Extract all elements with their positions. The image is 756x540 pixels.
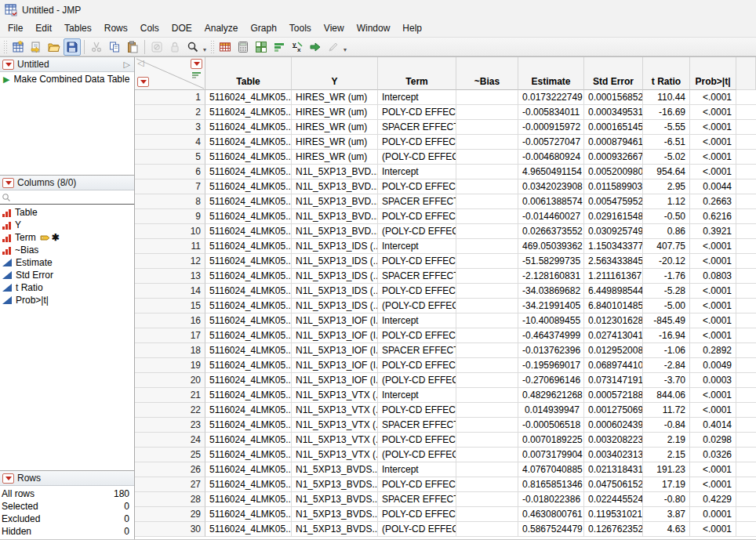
cell-prob-t[interactable]: <.0001 xyxy=(690,239,736,254)
cell-prob-t[interactable]: <.0001 xyxy=(690,388,736,403)
cell-std-error[interactable]: 0.0008794619 xyxy=(584,135,643,150)
cell-term[interactable]: POLY-CD EFFECT xyxy=(378,179,456,194)
cell-bias[interactable] xyxy=(456,90,518,105)
cell-table[interactable]: 5116024_4LMK05.. xyxy=(205,284,292,299)
cell-t-ratio[interactable]: -3.70 xyxy=(643,373,690,388)
cell-bias[interactable] xyxy=(456,448,518,462)
column-header-term[interactable]: Term xyxy=(378,57,456,90)
cell-t-ratio[interactable]: 407.75 xyxy=(643,239,690,254)
cell-prob-t[interactable]: 0.0326 xyxy=(690,448,736,462)
column-item-term[interactable]: Term ✱ xyxy=(0,231,134,244)
menu-file[interactable]: File xyxy=(2,20,29,36)
toolbar-grip[interactable] xyxy=(210,40,214,54)
row-number[interactable]: 25 xyxy=(135,448,205,462)
cell-y[interactable]: N1_5XP13_BVDS... xyxy=(292,507,378,522)
columns-panel-menu-icon[interactable] xyxy=(2,178,14,188)
cell-term[interactable]: POLY-CD EFFECT... xyxy=(378,209,456,224)
row-number[interactable]: 18 xyxy=(135,343,205,358)
column-header-bias[interactable]: ~Bias xyxy=(456,57,518,90)
cell-table[interactable]: 5116024_4LMK05.. xyxy=(205,90,292,105)
cell-bias[interactable] xyxy=(456,209,518,224)
cell-term[interactable]: POLY-CD EFFECT... xyxy=(378,135,456,150)
cell-t-ratio[interactable]: -16.94 xyxy=(643,328,690,343)
row-number[interactable]: 21 xyxy=(135,388,205,403)
cell-bias[interactable] xyxy=(456,194,518,209)
menu-rows[interactable]: Rows xyxy=(98,20,134,36)
column-header-y[interactable]: Y xyxy=(292,57,378,90)
row-number[interactable]: 28 xyxy=(135,492,205,507)
cell-bias[interactable] xyxy=(456,135,518,150)
column-item-y[interactable]: Y xyxy=(0,219,134,231)
cell-y[interactable]: HIRES_WR (um) xyxy=(292,105,378,120)
cell-std-error[interactable]: 0.1267623529 xyxy=(584,522,643,537)
cell-estimate[interactable]: 0.0266373552 xyxy=(518,224,584,239)
cell-prob-t[interactable]: 0.2892 xyxy=(690,343,736,358)
cell-y[interactable]: N1_5XP13_BVDS... xyxy=(292,492,378,507)
column-item-estimate[interactable]: Estimate xyxy=(0,256,134,269)
cell-prob-t[interactable]: <.0001 xyxy=(690,313,736,328)
cell-table[interactable]: 5116024_4LMK05.. xyxy=(205,373,292,388)
cell-table[interactable]: 5116024_4LMK05.. xyxy=(205,194,292,209)
cell-bias[interactable] xyxy=(456,120,518,135)
cell-t-ratio[interactable]: 0.86 xyxy=(643,224,690,239)
cell-estimate[interactable]: -0.018022386 xyxy=(518,492,584,507)
cell-std-error[interactable]: 1.1503433772 xyxy=(584,239,643,254)
row-number[interactable]: 12 xyxy=(135,254,205,269)
search-button[interactable] xyxy=(184,38,202,56)
cell-term[interactable]: POLY-CD EFFECT... xyxy=(378,507,456,522)
cell-term[interactable]: POLY-CD EFFECT... xyxy=(378,433,456,448)
toolbar-grip[interactable] xyxy=(3,40,7,54)
column-item-table[interactable]: Table xyxy=(0,206,134,219)
formula-button[interactable] xyxy=(234,38,252,56)
cell-y[interactable]: N1L_5XP13_VTX (... xyxy=(292,448,378,462)
cell-bias[interactable] xyxy=(456,373,518,388)
cell-term[interactable]: POLY-CD EFFECT xyxy=(378,477,456,492)
cell-estimate[interactable]: 0.4630800761 xyxy=(518,507,584,522)
cell-std-error[interactable]: 1.2111613671 xyxy=(584,269,643,284)
cell-std-error[interactable]: 0.0115899031 xyxy=(584,179,643,194)
cell-table[interactable]: 5116024_4LMK05.. xyxy=(205,135,292,150)
row-number[interactable]: 5 xyxy=(135,150,205,165)
cell-term[interactable]: SPACER EFFECT xyxy=(378,343,456,358)
cell-std-error[interactable]: 0.0274130417 xyxy=(584,328,643,343)
cell-prob-t[interactable]: <.0001 xyxy=(690,328,736,343)
row-number[interactable]: 10 xyxy=(135,224,205,239)
cell-estimate[interactable]: -0.000915972 xyxy=(518,120,584,135)
cell-prob-t[interactable]: <.0001 xyxy=(690,120,736,135)
cell-std-error[interactable]: 0.0123016285 xyxy=(584,313,643,328)
row-number[interactable]: 13 xyxy=(135,269,205,284)
cell-estimate[interactable]: -0.270696146 xyxy=(518,373,584,388)
cell-term[interactable]: (POLY-CD EFFECT... xyxy=(378,448,456,462)
cell-t-ratio[interactable]: -5.28 xyxy=(643,284,690,299)
row-number[interactable]: 15 xyxy=(135,299,205,313)
cell-t-ratio[interactable]: 17.19 xyxy=(643,477,690,492)
cell-std-error[interactable]: 0.0213184312 xyxy=(584,462,643,477)
cell-y[interactable]: N1L_5XP13_VTX (... xyxy=(292,403,378,418)
cell-estimate[interactable]: 0.0073179904 xyxy=(518,448,584,462)
cell-table[interactable]: 5116024_4LMK05.. xyxy=(205,343,292,358)
row-number[interactable]: 17 xyxy=(135,328,205,343)
cell-estimate[interactable]: -0.004680924 xyxy=(518,150,584,165)
cell-table[interactable]: 5116024_4LMK05.. xyxy=(205,462,292,477)
cell-estimate[interactable]: 0.0173222749 xyxy=(518,90,584,105)
cell-bias[interactable] xyxy=(456,433,518,448)
cell-y[interactable]: N1L_5XP13_IOF (I... xyxy=(292,358,378,373)
cell-term[interactable]: POLY-CD EFFECT xyxy=(378,403,456,418)
cell-t-ratio[interactable]: 954.64 xyxy=(643,165,690,179)
cell-y[interactable]: N1L_5XP13_BVD... xyxy=(292,194,378,209)
cell-term[interactable]: POLY-CD EFFECT xyxy=(378,328,456,343)
cell-term[interactable]: SPACER EFFECT xyxy=(378,418,456,433)
column-header-table[interactable]: Table xyxy=(205,57,292,90)
cell-std-error[interactable]: 0.0005721887 xyxy=(584,388,643,403)
cell-table[interactable]: 5116024_4LMK05.. xyxy=(205,403,292,418)
cell-bias[interactable] xyxy=(456,403,518,418)
cell-t-ratio[interactable]: 844.06 xyxy=(643,388,690,403)
cell-prob-t[interactable]: <.0001 xyxy=(690,477,736,492)
new-data-table-button[interactable] xyxy=(9,38,27,56)
cell-table[interactable]: 5116024_4LMK05.. xyxy=(205,165,292,179)
cell-estimate[interactable]: 4.9650491154 xyxy=(518,165,584,179)
cell-t-ratio[interactable]: 4.63 xyxy=(643,522,690,537)
cell-y[interactable]: HIRES_WR (um) xyxy=(292,90,378,105)
column-item-prob-t[interactable]: Prob>|t| xyxy=(0,294,134,306)
cell-prob-t[interactable]: 0.0049 xyxy=(690,358,736,373)
